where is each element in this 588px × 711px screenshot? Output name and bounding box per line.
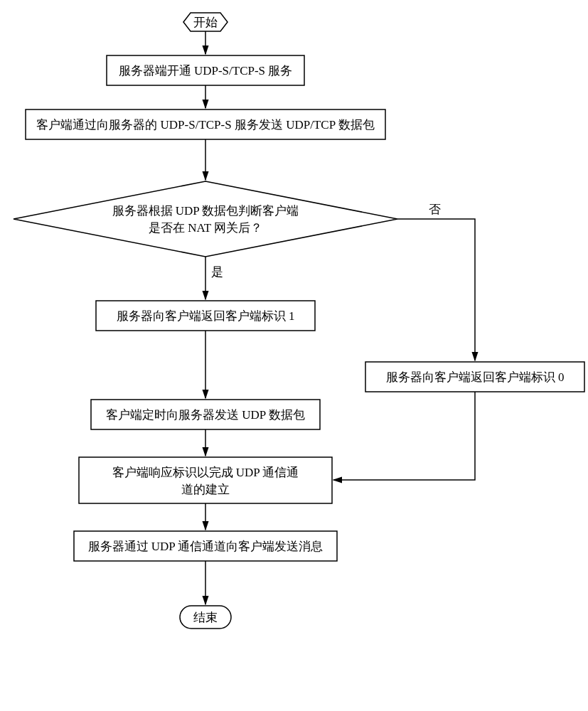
svg-marker-3 [14,181,397,257]
no-label: 否 [429,203,441,216]
step2-label: 客户端通过向服务器的 UDP-S/TCP-S 服务发送 UDP/TCP 数据包 [36,118,374,132]
no-branch-node: 服务器向客户端返回客户端标识 0 [365,362,584,392]
flowchart-diagram: 开始 服务器端开通 UDP-S/TCP-S 服务 客户端通过向服务器的 UDP-… [0,0,588,711]
no-branch-label: 服务器向客户端返回客户端标识 0 [386,370,565,384]
start-label: 开始 [193,16,218,29]
step2-node: 客户端通过向服务器的 UDP-S/TCP-S 服务发送 UDP/TCP 数据包 [26,109,385,139]
decision-line2: 是否在 NAT 网关后？ [149,221,262,235]
step6-line1: 客户端响应标识以完成 UDP 通信通 [112,466,299,479]
step7-label: 服务器通过 UDP 通信通道向客户端发送消息 [88,540,324,553]
decision-line1: 服务器根据 UDP 数据包判断客户端 [112,204,299,218]
step1-label: 服务器端开通 UDP-S/TCP-S 服务 [119,64,293,77]
yes-branch-node: 服务器向客户端返回客户端标识 1 [96,301,315,331]
yes-branch-label: 服务器向客户端返回客户端标识 1 [117,309,295,323]
decision-node: 服务器根据 UDP 数据包判断客户端 是否在 NAT 网关后？ [14,181,397,257]
step6-node: 客户端响应标识以完成 UDP 通信通 道的建立 [79,457,332,503]
step5-label: 客户端定时向服务器发送 UDP 数据包 [106,408,305,422]
step5-node: 客户端定时向服务器发送 UDP 数据包 [91,400,320,429]
arrow-no [397,219,475,360]
end-label: 结束 [193,611,218,624]
end-node: 结束 [180,606,231,629]
arrow-no-merge [333,392,475,480]
step7-node: 服务器通过 UDP 通信通道向客户端发送消息 [74,531,337,561]
step1-node: 服务器端开通 UDP-S/TCP-S 服务 [107,55,304,85]
svg-rect-7 [79,457,332,503]
step6-line2: 道的建立 [181,483,230,496]
yes-label: 是 [211,265,223,279]
start-node: 开始 [183,13,228,31]
